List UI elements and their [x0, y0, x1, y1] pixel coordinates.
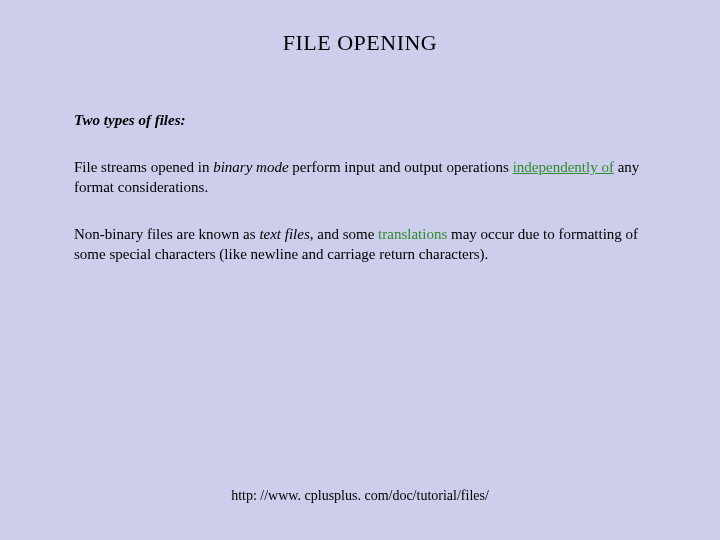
paragraph-binary-mode: File streams opened in binary mode perfo…: [74, 157, 646, 198]
paragraph-text-files: Non-binary files are known as text files…: [74, 224, 646, 265]
text-fragment: Non-binary files are known as: [74, 226, 259, 242]
text-text-files: text files: [259, 226, 309, 242]
footer-url: http: //www. cplusplus. com/doc/tutorial…: [0, 488, 720, 504]
subhead-two-types: Two types of files:: [74, 112, 646, 129]
text-fragment: , and some: [310, 226, 378, 242]
text-independently: independently of: [513, 159, 614, 175]
text-translations: translations: [378, 226, 447, 242]
slide-title: FILE OPENING: [74, 30, 646, 56]
text-fragment: File streams opened in: [74, 159, 213, 175]
text-fragment: perform input and output operations: [289, 159, 513, 175]
slide: FILE OPENING Two types of files: File st…: [0, 0, 720, 540]
text-binary-mode: binary mode: [213, 159, 288, 175]
